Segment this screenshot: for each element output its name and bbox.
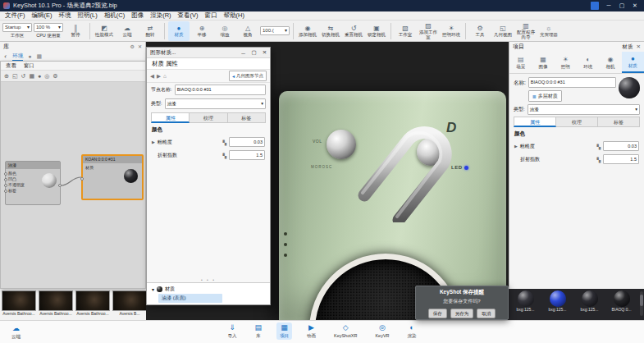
material-tool-button[interactable]: ● 材质 [168, 21, 190, 41]
keyvr-button[interactable]: ◎ KeyVR [372, 322, 392, 340]
forward-icon[interactable]: ▶ [157, 73, 161, 80]
back-icon[interactable]: ◀ [150, 73, 154, 80]
texture-map-icon[interactable]: ▚ [596, 144, 601, 149]
library-button[interactable]: ▤ 库 [251, 322, 265, 340]
material-node-selected[interactable]: KOAN:0:0:0 #31 材质 [81, 154, 144, 200]
save-as-button[interactable]: 另存为 [450, 309, 474, 318]
tab-lighting[interactable]: ☀ 照明 [555, 52, 577, 73]
expand-icon[interactable]: ▶ [514, 144, 518, 149]
material-thumbnail[interactable]: bxg:125... [574, 290, 605, 320]
animation-button[interactable]: ▶ 动画 [304, 322, 319, 340]
material-type-select[interactable]: 油漆 ▾ [528, 104, 640, 115]
roughness-input[interactable]: 0.03 [603, 141, 639, 151]
environment-thumbnail[interactable]: Aversis Bathroo... [75, 290, 110, 320]
environment-thumbnail[interactable]: Aversis Bathroo... [39, 290, 73, 320]
properties-window-titlebar[interactable]: 图形材质... ─ ▢ ✕ [147, 48, 270, 58]
minimize-button[interactable]: ─ [238, 50, 249, 56]
flip-button[interactable]: ⇄ 翻转 [139, 21, 161, 41]
menu-image[interactable]: 图像 [131, 11, 144, 20]
environment-thumbnail[interactable]: Aversis Bathroo... [2, 290, 36, 320]
graph-undo-icon[interactable]: ↺ [21, 72, 26, 80]
output-port[interactable] [58, 184, 62, 187]
paint-node[interactable]: 油漆 颜色 凹凸 不透明度 标签 [5, 161, 61, 205]
geometry-node-button[interactable]: ◂ 几何图形节点 [229, 71, 267, 81]
switch-camera-button[interactable]: ⇆ 切换相机 [320, 21, 341, 41]
materials-tab-icon[interactable]: ● [28, 53, 31, 59]
pan-button[interactable]: ⊕ 平移 [191, 21, 212, 41]
cancel-button[interactable]: 取消 [477, 309, 496, 318]
menu-edit[interactable]: 编辑(E) [32, 11, 53, 20]
input-port[interactable] [4, 190, 7, 193]
pause-button[interactable]: ║ 暂停 [65, 21, 86, 41]
node-graph-canvas[interactable]: 油漆 颜色 凹凸 不透明度 标签 KOAN:0:0:0 #31 材质 [1, 82, 145, 288]
import-button[interactable]: ⇓ 导入 [224, 322, 240, 340]
cloud-button[interactable]: ☁ 云端 [116, 21, 138, 41]
menu-help[interactable]: 帮助(H) [224, 11, 244, 20]
maximize-button[interactable]: ▢ [616, 1, 628, 11]
close-button[interactable]: ✕ [629, 1, 641, 11]
cloud-library-button[interactable]: ☁ 云端 [8, 323, 24, 341]
scrollbar[interactable] [640, 291, 643, 316]
light-manager-button[interactable]: ☼ 光管理器 [538, 21, 560, 41]
texture-map-icon[interactable]: ▚ [222, 153, 226, 158]
ior-input[interactable]: 1.5 [229, 150, 265, 160]
texture-map-icon[interactable]: ▚ [222, 139, 226, 145]
zoom-button[interactable]: ◎ 缩放 [214, 21, 235, 41]
graph-frame-icon[interactable]: ◱ [12, 72, 18, 80]
graph-menu-view[interactable]: 查看 [6, 62, 16, 70]
tab-scene[interactable]: ▤ 场景 [509, 52, 532, 73]
subtab-properties[interactable]: 属性 [514, 117, 556, 127]
material-tree-child-selected[interactable]: 油漆 (表面) [158, 294, 222, 303]
perspective-button[interactable]: △ 视角 [237, 21, 258, 41]
close-icon[interactable]: ✕ [637, 43, 641, 50]
add-studio-button[interactable]: ▨ 添加工作室 [418, 21, 439, 41]
tab-properties[interactable]: 属性 [151, 112, 190, 123]
material-tree-root[interactable]: ▾ 材质 [147, 285, 270, 294]
menu-window[interactable]: 窗口 [205, 11, 217, 20]
expand-icon[interactable]: ▶ [152, 139, 155, 144]
graph-preview-icon[interactable]: ● [38, 72, 41, 80]
graph-grid-icon[interactable]: ▦ [29, 72, 34, 80]
lock-camera-button[interactable]: ▣ 锁定相机 [366, 21, 387, 41]
maximize-button[interactable]: ▢ [249, 49, 259, 56]
close-button[interactable]: ✕ [259, 49, 270, 56]
minimize-button[interactable]: ─ [603, 1, 614, 11]
add-camera-button[interactable]: ◉ 添加相机 [297, 21, 318, 41]
subtab-textures[interactable]: 纹理 [556, 117, 598, 127]
graph-add-node-icon[interactable]: ⊕ [4, 72, 9, 80]
input-port[interactable] [4, 184, 7, 187]
geometry-view-button[interactable]: ◱ 几何视图 [492, 21, 514, 41]
tab-image[interactable]: ▦ 图像 [532, 52, 554, 73]
material-type-select[interactable]: 油漆 ▾ [165, 98, 266, 109]
input-port[interactable] [4, 172, 7, 176]
subtab-labels[interactable]: 标签 [598, 117, 640, 127]
graph-settings-icon[interactable]: ⚙ [53, 72, 57, 80]
menu-lighting[interactable]: 照明(L) [78, 11, 98, 20]
material-thumbnail[interactable]: bxg:125... [510, 290, 541, 320]
tools-button[interactable]: ⚙ 工具 [469, 21, 491, 41]
lighting-environment-button[interactable]: ☀ 照明环境 [441, 21, 462, 41]
multilayer-material-button[interactable]: ≣ 多层材质 [528, 90, 562, 102]
performance-mode-button[interactable]: ◩ 性能模式 [94, 21, 115, 41]
library-settings-icon[interactable]: ⚙ [130, 43, 135, 49]
project-button[interactable]: ▦ 项目 [276, 322, 292, 340]
render-button[interactable]: ◐ 渲染 [404, 322, 420, 340]
camera-zoom-dropdown[interactable]: 100.( ▾ [260, 26, 290, 35]
roughness-input[interactable]: 0.03 [229, 137, 265, 147]
node-name-input[interactable]: BIAOQ:0:0:0 #31 [175, 85, 266, 95]
material-thumbnail[interactable]: BIAOQ:0... [606, 290, 637, 320]
account-icon[interactable] [591, 2, 599, 10]
cpu-usage-dropdown[interactable]: 100 % ▾ [34, 23, 63, 32]
graph-menu-window[interactable]: 窗口 [24, 62, 34, 70]
menu-render[interactable]: 渲染(R) [150, 11, 171, 20]
library-close-icon[interactable]: ✕ [138, 43, 142, 49]
home-icon[interactable]: ⌂ [163, 73, 167, 79]
configurator-wizard-button[interactable]: ▥ 配置程序向导 [515, 21, 537, 41]
menu-file[interactable]: 文件(F) [5, 11, 25, 20]
menu-camera[interactable]: 相机(C) [104, 11, 125, 20]
keyshotxr-button[interactable]: ◇ KeyShotXR [331, 322, 360, 340]
menu-environment[interactable]: 环境 [59, 11, 71, 20]
textures-tab-icon[interactable]: ▦ [36, 53, 42, 60]
workspace-dropdown[interactable]: Startup ▾ [2, 23, 32, 32]
tab-material[interactable]: ● 材质 [622, 52, 644, 73]
